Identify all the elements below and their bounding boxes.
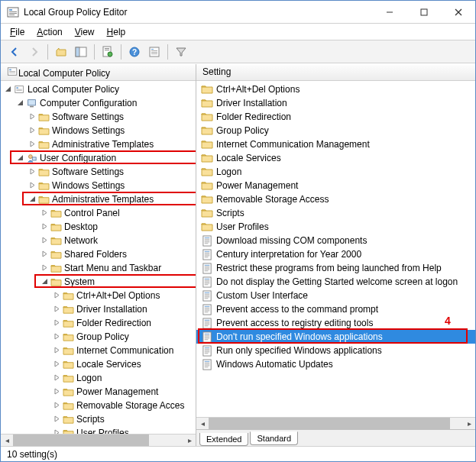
maximize-button[interactable] <box>406 1 441 23</box>
close-button[interactable] <box>441 1 475 23</box>
expand-icon[interactable] <box>39 222 50 231</box>
collapse-icon[interactable] <box>15 99 25 108</box>
list-item[interactable]: Group Policy <box>196 124 475 137</box>
tree-horizontal-scrollbar[interactable]: ◂ ▸ <box>1 434 196 446</box>
expand-icon[interactable] <box>51 318 62 328</box>
forward-button[interactable] <box>25 43 44 61</box>
collapse-icon[interactable] <box>15 153 25 163</box>
collapse-icon[interactable] <box>2 85 13 94</box>
tree-item[interactable]: Scripts <box>2 412 196 426</box>
list-item[interactable]: Logon <box>196 165 475 179</box>
tree-item[interactable]: Software Settings <box>2 165 196 179</box>
expand-icon[interactable] <box>51 387 62 396</box>
list-horizontal-scrollbar[interactable]: ◂ ▸ <box>196 417 475 429</box>
tree-root[interactable]: Local Computer Policy <box>2 82 196 96</box>
tab-extended[interactable]: Extended <box>199 433 248 446</box>
tab-standard[interactable]: Standard <box>250 431 298 445</box>
collapse-icon[interactable] <box>39 277 50 286</box>
menu-view[interactable]: View <box>69 25 101 39</box>
list-item[interactable]: Download missing COM components <box>196 234 475 247</box>
tree-item[interactable]: Folder Redirection <box>2 316 196 330</box>
filter-button[interactable] <box>172 43 190 61</box>
tree-item[interactable]: Logon <box>2 371 196 385</box>
tree-system[interactable]: System <box>2 275 196 289</box>
list-item[interactable]: Locale Services <box>196 151 475 165</box>
expand-icon[interactable] <box>27 181 37 190</box>
tree-item[interactable]: Windows Settings <box>2 179 196 192</box>
tree-computer-configuration[interactable]: Computer Configuration <box>2 96 196 110</box>
list-item[interactable]: Prevent access to registry editing tools <box>196 316 475 330</box>
up-button[interactable] <box>52 43 70 61</box>
tree-item[interactable]: User Profiles <box>2 426 196 434</box>
tree-item[interactable]: Locale Services <box>2 357 196 371</box>
tree-administrative-templates[interactable]: Administrative Templates <box>2 192 196 206</box>
expand-icon[interactable] <box>39 236 50 245</box>
expand-icon[interactable] <box>51 360 62 369</box>
list-item[interactable]: Do not display the Getting Started welco… <box>196 275 475 289</box>
tree-item[interactable]: Administrative Templates <box>2 137 196 151</box>
expand-icon[interactable] <box>27 167 37 176</box>
list-item[interactable]: Internet Communication Management <box>196 137 475 151</box>
svg-rect-24 <box>9 71 15 72</box>
list-item[interactable]: Prevent access to the command prompt <box>196 302 475 316</box>
tree-item[interactable]: Group Policy <box>2 330 196 344</box>
list-item[interactable]: Don't run specified Windows applications <box>196 330 475 344</box>
tree-item[interactable]: Internet Communication <box>2 344 196 357</box>
expand-icon[interactable] <box>27 126 37 135</box>
tree-item[interactable]: Start Menu and Taskbar <box>2 261 196 275</box>
list-item[interactable]: User Profiles <box>196 220 475 234</box>
tree-item[interactable]: Windows Settings <box>2 124 196 137</box>
list-item[interactable]: Run only specified Windows applications <box>196 344 475 357</box>
export-list-button[interactable] <box>145 43 164 61</box>
expand-icon[interactable] <box>51 401 62 410</box>
list-item[interactable]: Driver Installation <box>196 96 475 110</box>
list-item[interactable]: Power Management <box>196 179 475 192</box>
scroll-left-icon[interactable]: ◂ <box>1 435 13 446</box>
back-button[interactable] <box>5 43 24 61</box>
tree-item[interactable]: Control Panel <box>2 206 196 220</box>
expand-icon[interactable] <box>51 291 62 300</box>
collapse-icon[interactable] <box>27 195 37 204</box>
show-hide-tree-button[interactable] <box>72 43 90 61</box>
list-item[interactable]: Scripts <box>196 206 475 220</box>
menu-file[interactable]: File <box>4 25 31 39</box>
expand-icon[interactable] <box>39 208 50 218</box>
tree-item[interactable]: Network <box>2 234 196 247</box>
list-item[interactable]: Folder Redirection <box>196 110 475 124</box>
properties-button[interactable] <box>99 43 117 61</box>
expand-icon[interactable] <box>27 140 37 149</box>
list-item[interactable]: Windows Automatic Updates <box>196 357 475 371</box>
list-item-label: Logon <box>216 166 241 177</box>
tree-item[interactable]: Driver Installation <box>2 302 196 316</box>
tree-user-configuration[interactable]: User Configuration <box>2 151 196 165</box>
tree-item[interactable]: Shared Folders <box>2 247 196 261</box>
tree-header[interactable]: Local Computer Policy <box>1 64 196 81</box>
list-header-setting[interactable]: Setting <box>196 64 475 81</box>
expand-icon[interactable] <box>51 346 62 355</box>
expand-icon[interactable] <box>51 305 62 314</box>
list-item[interactable]: Century interpretation for Year 2000 <box>196 247 475 261</box>
tree-item[interactable]: Desktop <box>2 220 196 234</box>
scroll-right-icon[interactable]: ▸ <box>183 435 196 446</box>
list-item[interactable]: Removable Storage Access <box>196 192 475 206</box>
expand-icon[interactable] <box>51 332 62 341</box>
tree-item[interactable]: Software Settings <box>2 110 196 124</box>
scroll-left-icon[interactable]: ◂ <box>196 418 209 429</box>
list-item[interactable]: Restrict these programs from being launc… <box>196 261 475 275</box>
menu-help[interactable]: Help <box>101 25 132 39</box>
expand-icon[interactable] <box>51 415 62 424</box>
tree-item[interactable]: Power Management <box>2 385 196 399</box>
list-item[interactable]: Custom User Interface <box>196 289 475 302</box>
scroll-right-icon[interactable]: ▸ <box>463 418 475 429</box>
expand-icon[interactable] <box>27 112 37 121</box>
help-button[interactable]: ? <box>125 43 144 61</box>
tree-item[interactable]: Removable Storage Acces <box>2 399 196 412</box>
expand-icon[interactable] <box>39 263 50 273</box>
expand-icon[interactable] <box>51 373 62 383</box>
menu-action[interactable]: Action <box>31 25 68 39</box>
tree-item[interactable]: Ctrl+Alt+Del Options <box>2 289 196 302</box>
expand-icon[interactable] <box>39 250 50 259</box>
expand-icon[interactable] <box>51 428 62 434</box>
minimize-button[interactable] <box>372 1 406 23</box>
list-item[interactable]: Ctrl+Alt+Del Options <box>196 82 475 96</box>
